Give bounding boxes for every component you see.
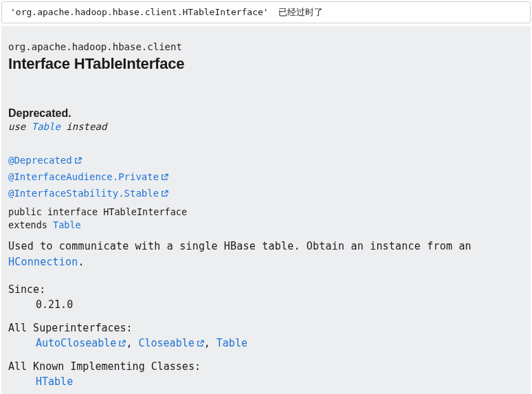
type-signature: public interface HTableInterface extends… (8, 206, 524, 232)
title-name: HTableInterface (74, 55, 184, 72)
external-link-icon (161, 190, 168, 197)
annotation-link[interactable]: @InterfaceStability.Stable (8, 188, 159, 199)
external-link-icon (197, 340, 204, 347)
implementing-label: All Known Implementing Classes: (8, 360, 524, 373)
signature-extends-link[interactable]: Table (53, 219, 81, 230)
annotation-link[interactable]: @Deprecated (8, 155, 72, 166)
external-link-icon (161, 173, 168, 181)
signature-extends-kw: extends (8, 219, 53, 230)
deprecated-replacement-link[interactable]: Table (32, 121, 60, 132)
deprecated-block: Deprecated. use Table instead (8, 107, 524, 132)
external-link-icon (118, 340, 126, 347)
since-value: 0.21.0 (36, 298, 524, 311)
quote-bar: 'org.apache.hadoop.hbase.client.HTableIn… (1, 1, 531, 23)
title-prefix: Interface (8, 55, 74, 72)
implementing-list: HTable (36, 375, 524, 388)
separator: , (126, 337, 138, 349)
type-link[interactable]: HTable (36, 375, 73, 388)
quote-path: 'org.apache.hadoop.hbase.client.HTableIn… (10, 7, 269, 17)
description-link[interactable]: HConnection (8, 256, 78, 268)
deprecated-label: Deprecated. (8, 107, 524, 120)
deprecated-instead: instead (60, 121, 107, 132)
type-link[interactable]: Closeable (138, 337, 194, 349)
signature-line1: public interface HTableInterface (8, 206, 187, 217)
javadoc-body: org.apache.hadoop.hbase.client Interface… (1, 26, 531, 394)
external-link-icon (74, 157, 82, 164)
quote-note: 已经过时了 (278, 7, 323, 17)
annotation-link[interactable]: @InterfaceAudience.Private (8, 171, 159, 182)
annotations-block: @Deprecated@InterfaceAudience.Private@In… (8, 153, 524, 201)
deprecated-use-word: use (8, 121, 32, 132)
package-name: org.apache.hadoop.hbase.client (8, 41, 524, 52)
description-text2: . (78, 256, 85, 268)
type-link[interactable]: AutoCloseable (36, 337, 116, 349)
separator: , (204, 337, 217, 349)
description-text1: Used to communicate with a single HBase … (8, 240, 472, 252)
superinterfaces-label: All Superinterfaces: (8, 322, 524, 334)
superinterfaces-list: AutoCloseable, Closeable, Table (36, 337, 524, 349)
type-link[interactable]: Table (217, 337, 247, 349)
page-title: Interface HTableInterface (8, 55, 524, 73)
deprecated-note: use Table instead (8, 121, 524, 132)
description: Used to communicate with a single HBase … (8, 239, 524, 270)
since-label: Since: (8, 283, 524, 296)
